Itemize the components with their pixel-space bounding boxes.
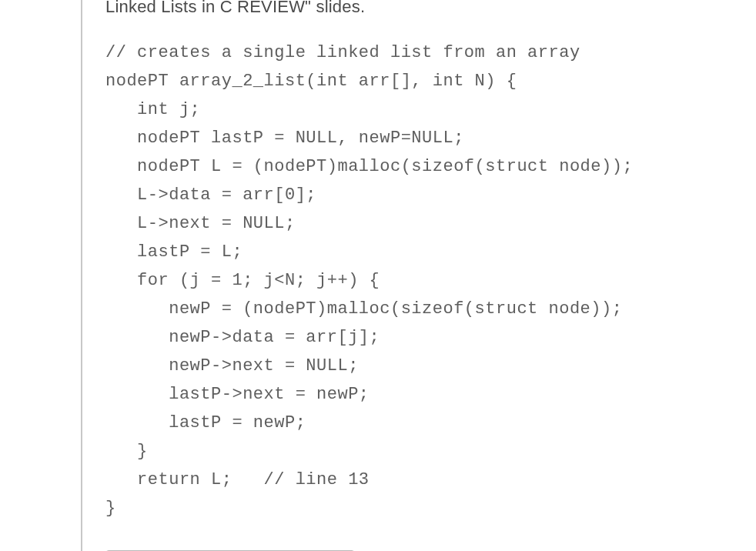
content-area: Linked Lists in C REVIEW" slides. // cre… bbox=[82, 0, 756, 551]
context-text: Linked Lists in C REVIEW" slides. bbox=[105, 0, 756, 17]
page-container: Linked Lists in C REVIEW" slides. // cre… bbox=[0, 0, 756, 551]
code-block: // creates a single linked list from an … bbox=[105, 38, 756, 523]
left-margin-rail bbox=[0, 0, 82, 551]
